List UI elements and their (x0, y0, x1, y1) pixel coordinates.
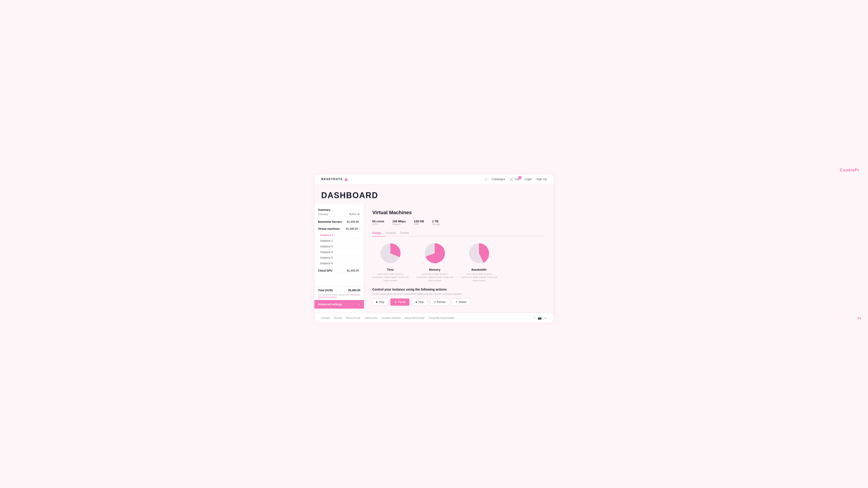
baremetal-servers-toggle[interactable]: Baremetal Servers $1,445.00 › (318, 219, 360, 225)
total-label: Total (AUD) (318, 289, 333, 292)
play-icon: ▶ (376, 300, 378, 303)
catalogue-link[interactable]: Catalogue (492, 177, 505, 181)
cloud-gpu-amount: $1,445.00 (347, 269, 359, 272)
chart-bandwidth-title: Bandwidth (471, 268, 487, 271)
chart-bandwidth: Bandwidth Lorem ipsum dolor sit amet, co… (461, 241, 497, 282)
main-content: Virtual Machines 64 cores vCPU 100 Mbps … (364, 204, 554, 313)
arrow-right-icon: → (358, 303, 360, 306)
footer-terms[interactable]: Terms of use (346, 317, 360, 319)
hero-section: DASHBOARD (314, 184, 554, 204)
delete-label: Delete (459, 300, 467, 304)
spec-vcpu-value: 64 cores (372, 220, 384, 223)
currency-select[interactable]: AUD ▾ USD EUR (348, 213, 360, 216)
sidebar-section-baremetal: Baremetal Servers $1,445.00 › (314, 219, 364, 225)
sidebar-footer-note: For connection details, please refer Res… (314, 294, 364, 300)
linkedin-icon[interactable]: in (544, 316, 547, 320)
chevron-right-icon-gpu: › (360, 269, 360, 272)
spec-ram: 128 GB RAM (414, 220, 424, 225)
footer-social: f 📷 in (534, 316, 547, 320)
footer-news[interactable]: Latest news (364, 317, 378, 319)
logo[interactable]: RESETDATA (321, 177, 348, 181)
spec-ram-value: 128 GB (414, 220, 424, 223)
cart-icon: 🛒 (510, 177, 514, 181)
footer: Contact Privacy Terms of use Latest news… (314, 313, 554, 323)
spec-vcpu: 64 cores vCPU (372, 220, 384, 225)
chart-time-title: Time (387, 268, 394, 271)
chart-bandwidth-desc: Lorem ipsum dolor sit amet, consectetur … (461, 272, 497, 282)
spec-ram-label: RAM (414, 223, 424, 225)
spec-network-value: 100 Mbps (393, 220, 406, 223)
stop-icon: ■ (415, 301, 417, 303)
login-link[interactable]: Login (525, 177, 532, 181)
advanced-settings-label: Advanced settings (318, 303, 342, 306)
baremetal-label: Baremetal Servers (318, 220, 342, 223)
baremetal-amount: $1,445.00 (347, 220, 359, 223)
delete-icon: ✕ (456, 300, 458, 303)
footer-corporate[interactable]: Corporate responsibility (428, 317, 455, 319)
sidebar-section-vms: Virtual machines $1,445.00 ∨ Instance 1 … (314, 225, 364, 266)
sidebar: Summary Currency AUD ▾ USD EUR (314, 204, 364, 313)
signup-link[interactable]: Sign Up (536, 177, 547, 181)
tab-usage[interactable]: Usage (372, 230, 385, 236)
restart-icon: ↺ (434, 300, 436, 303)
cloud-gpu-toggle[interactable]: Cloud GPU $1,445.00 › (318, 267, 360, 273)
spec-storage-label: Storage (432, 223, 440, 225)
pause-button[interactable]: ⏸ Pause (391, 298, 409, 306)
tab-bar: Usage Console Details (372, 230, 546, 236)
total-row: Total (AUD) $5,460.00 (314, 287, 364, 294)
catalogue-icon: 🗂 (484, 177, 487, 181)
content-title: Virtual Machines (372, 210, 546, 216)
footer-links: Contact Privacy Terms of use Latest news… (321, 317, 455, 319)
pause-label: Pause (398, 300, 405, 304)
chevron-down-icon: ∨ (359, 228, 360, 230)
chart-time-desc: Lorem ipsum dolor sit amet, consectetur … (372, 272, 408, 282)
chart-memory-desc: Lorem ipsum dolor sit amet, consectetur … (416, 272, 453, 282)
spec-storage-value: 1 TB (432, 220, 440, 223)
chart-memory-title: Memory (429, 268, 440, 271)
play-label: Play (379, 300, 384, 304)
play-button[interactable]: ▶ Play (372, 298, 388, 306)
spec-vcpu-label: vCPU (372, 223, 384, 225)
currency-row: Currency AUD ▾ USD EUR (318, 212, 360, 217)
footer-investor[interactable]: Investor relations (382, 317, 401, 319)
sidebar-item-instance-3[interactable]: Instance 3 (320, 244, 360, 250)
stop-button[interactable]: ■ Stop (412, 298, 428, 306)
sidebar-bottom: Total (AUD) $5,460.00 For connection det… (314, 287, 364, 308)
control-section: Control your instance using the followin… (372, 288, 546, 306)
page-title: DASHBOARD (321, 191, 547, 200)
advanced-settings-button[interactable]: Advanced settings → (314, 300, 364, 308)
sidebar-item-instance-6[interactable]: Instance 6 (320, 261, 360, 266)
virtual-machines-toggle[interactable]: Virtual machines $1,445.00 ∨ (318, 225, 360, 232)
facebook-icon[interactable]: f (534, 316, 535, 320)
restart-label: Restart (437, 300, 446, 304)
tab-console[interactable]: Console (385, 230, 400, 236)
pie-chart-memory (422, 241, 447, 266)
sidebar-item-instance-5[interactable]: Instance 5 (320, 255, 360, 261)
cart-link[interactable]: 🛒 0 Cart (510, 177, 520, 181)
sidebar-item-instance-2[interactable]: Instance 2 (320, 238, 360, 244)
action-buttons: ▶ Play ⏸ Pause ■ Stop ↺ (372, 298, 546, 306)
sidebar-item-instance-4[interactable]: Instance 4 (320, 250, 360, 255)
instagram-icon[interactable]: 📷 (538, 316, 541, 320)
restart-button[interactable]: ↺ Restart (430, 298, 450, 306)
cart-badge: 0 (518, 176, 522, 179)
chart-time: Time Lorem ipsum dolor sit amet, consect… (372, 241, 408, 282)
footer-about[interactable]: About Reset Data (405, 317, 424, 319)
virtual-machines-label: Virtual machines (318, 227, 340, 230)
page-number: 04 (858, 317, 861, 320)
footer-privacy[interactable]: Privacy (334, 317, 342, 319)
pie-chart-time (378, 241, 403, 266)
logo-triangle-icon (344, 177, 348, 181)
delete-button[interactable]: ✕ Delete (452, 298, 470, 306)
spec-network-label: Network (393, 223, 406, 225)
app-frame: RESETDATA 🗂 Catalogue 🛒 0 Cart Login Sig… (314, 174, 554, 323)
spec-network: 100 Mbps Network (393, 220, 406, 225)
sidebar-item-instance-1[interactable]: Instance 1 (320, 232, 360, 238)
specs-row: 64 cores vCPU 100 Mbps Network 128 GB RA… (372, 220, 546, 225)
tab-details[interactable]: Details (400, 230, 413, 236)
currency-label: Currency (318, 213, 328, 216)
virtual-machines-amount: $1,445.00 (346, 227, 358, 230)
footer-contact[interactable]: Contact (321, 317, 330, 319)
control-desc: Lorem ipsum dolor sit amet, consectetur … (372, 293, 546, 295)
nav-bar: RESETDATA 🗂 Catalogue 🛒 0 Cart Login Sig… (314, 174, 554, 184)
